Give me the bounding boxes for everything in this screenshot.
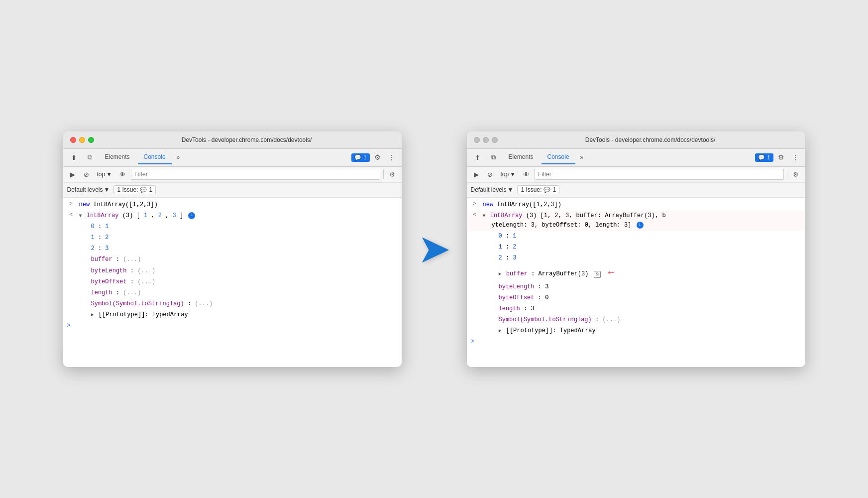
right-p0-label: 0 xyxy=(499,233,502,240)
right-block-icon[interactable]: ⊘ xyxy=(485,169,496,180)
left-collapse-arrow[interactable]: < xyxy=(69,212,73,218)
left-prompt-gt: > xyxy=(67,322,71,329)
right-byteOff-content: byteOffset : 0 xyxy=(483,293,801,303)
right-eye-icon[interactable]: 👁 xyxy=(521,169,532,180)
left-eye-icon[interactable]: 👁 xyxy=(117,169,128,180)
minimize-button[interactable] xyxy=(79,137,85,143)
left-p2-label: 2 xyxy=(91,245,95,252)
left-default-levels-chevron: ▼ xyxy=(104,186,110,193)
left-issue-icon: 💬 xyxy=(140,187,147,193)
left-tab-console[interactable]: Console xyxy=(138,150,172,164)
left-issues-bar: Default levels ▼ 1 Issue: 💬 1 xyxy=(63,183,402,198)
left-val1: 1 xyxy=(144,212,147,219)
right-copy-icon[interactable]: ⧉ xyxy=(487,150,501,164)
right-settings-icon[interactable]: ⚙ xyxy=(775,151,787,163)
right-proto-content: ► [[Prototype]]: TypedArray xyxy=(483,326,801,336)
left-line-input: > new Int8Array([1,2,3]) xyxy=(63,200,402,211)
right-gear-icon[interactable]: ⚙ xyxy=(790,169,801,180)
left-top-chevron: ▼ xyxy=(106,171,112,178)
left-proto: ► [[Prototype]]: TypedArray xyxy=(63,310,402,321)
right-p2-val: 3 xyxy=(513,254,516,261)
right-tab-more[interactable]: » xyxy=(577,152,587,163)
left-default-levels-label: Default levels xyxy=(67,186,103,193)
left-p1-val: 2 xyxy=(105,234,108,241)
left-info-icon[interactable]: i xyxy=(188,212,195,219)
left-byteLen-label: byteLength xyxy=(91,267,127,274)
left-issue-count: 1 xyxy=(149,186,152,193)
left-prop-byteLength: byteLength : (...) xyxy=(63,266,402,277)
right-toolbar-divider xyxy=(787,170,787,179)
left-badge-icon: 💬 xyxy=(354,154,361,161)
left-tab-more[interactable]: » xyxy=(174,152,183,163)
left-copy-icon[interactable]: ⧉ xyxy=(83,150,97,164)
left-cursor-icon[interactable]: ⬆ xyxy=(67,150,81,164)
right-prompt[interactable]: > xyxy=(467,337,805,346)
left-expand-triangle[interactable]: ▼ xyxy=(79,212,82,220)
right-buffer-content: ► buffer : ArrayBuffer(3) ⎘ ← xyxy=(483,265,801,281)
left-traffic-lights xyxy=(70,137,94,143)
left-settings-icon[interactable]: ⚙ xyxy=(372,151,384,163)
right-byteLen-val: 3 xyxy=(545,283,548,290)
right-top-select[interactable]: top ▼ xyxy=(499,170,518,178)
right-minimize-button[interactable] xyxy=(483,137,489,143)
left-play-icon[interactable]: ▶ xyxy=(67,169,78,180)
close-button[interactable] xyxy=(70,137,76,143)
left-int8array-label: Int8Array xyxy=(87,212,119,219)
right-proto-triangle[interactable]: ► xyxy=(499,327,502,335)
right-output-values-2: yteLength: 3, byteOffset: 0, length: 3] xyxy=(483,222,635,229)
right-tab-elements[interactable]: Elements xyxy=(503,150,540,164)
left-tab-elements[interactable]: Elements xyxy=(99,150,136,164)
left-output-text: ▼ Int8Array (3) [ 1 , 2 , 3 ] i xyxy=(79,211,398,221)
right-prop-symbol: Symbol(Symbol.toStringTag) : (...) xyxy=(467,315,805,326)
right-prop-buffer: ► buffer : ArrayBuffer(3) ⎘ ← xyxy=(467,264,805,282)
right-line-input: > new Int8Array([1,2,3]) xyxy=(467,200,805,211)
right-close-button[interactable] xyxy=(474,137,480,143)
left-prop-2-content: 2 : 3 xyxy=(79,244,398,253)
left-proto-triangle[interactable]: ► xyxy=(91,311,94,319)
right-play-icon[interactable]: ▶ xyxy=(471,169,482,180)
left-symbol-label: Symbol(Symbol.toStringTag) xyxy=(91,300,184,307)
right-expand-triangle[interactable]: ▼ xyxy=(483,212,486,220)
right-default-levels[interactable]: Default levels ▼ xyxy=(471,186,514,193)
right-input-text: new Int8Array([1,2,3]) xyxy=(483,200,801,210)
right-maximize-button[interactable] xyxy=(492,137,498,143)
left-symbol-val: (...) xyxy=(195,300,213,307)
right-default-levels-label: Default levels xyxy=(471,186,507,193)
left-proto-content: ► [[Prototype]]: TypedArray xyxy=(79,310,398,320)
left-gutter-symbol xyxy=(63,299,79,300)
left-filter-input[interactable] xyxy=(131,169,380,180)
right-buffer-triangle[interactable]: ► xyxy=(499,270,502,278)
right-tab-console[interactable]: Console xyxy=(542,150,575,164)
left-prompt[interactable]: > xyxy=(63,321,402,330)
left-gutter-byteLen xyxy=(63,266,79,267)
left-badge-count: 1 xyxy=(363,154,366,160)
right-prop-byteLength: byteLength : 3 xyxy=(467,282,805,293)
right-collapse-arrow[interactable]: < xyxy=(473,212,476,218)
right-filter-input[interactable] xyxy=(535,169,783,180)
left-gutter-length xyxy=(63,288,79,289)
left-console-output: > new Int8Array([1,2,3]) < ▼ Int8Array (… xyxy=(63,198,402,367)
left-default-levels[interactable]: Default levels ▼ xyxy=(67,186,110,193)
left-issue-badge[interactable]: 1 Issue: 💬 1 xyxy=(113,185,156,194)
left-byteOff-label: byteOffset xyxy=(91,278,127,285)
right-menu-icon[interactable]: ⋮ xyxy=(789,151,801,163)
right-output-text: ▼ Int8Array (3) [1, 2, 3, buffer: ArrayB… xyxy=(483,211,801,230)
maximize-button[interactable] xyxy=(88,137,94,143)
left-top-select[interactable]: top ▼ xyxy=(95,170,114,178)
left-prop-0-content: 0 : 1 xyxy=(79,222,398,232)
left-gear-icon[interactable]: ⚙ xyxy=(387,169,398,180)
right-cursor-icon[interactable]: ⬆ xyxy=(471,150,485,164)
right-int8-label: Int8Array([1,2,3]) xyxy=(497,201,561,208)
left-menu-icon[interactable]: ⋮ xyxy=(386,151,398,163)
left-block-icon[interactable]: ⊘ xyxy=(81,169,92,180)
right-gutter-p0 xyxy=(467,232,483,232)
right-badge-icon: 💬 xyxy=(758,154,765,161)
right-console-badge[interactable]: 💬 1 xyxy=(755,153,773,162)
right-int8array-label: Int8Array xyxy=(490,212,523,219)
right-issue-badge[interactable]: 1 Issue: 💬 1 xyxy=(517,185,559,194)
left-console-badge[interactable]: 💬 1 xyxy=(351,153,369,162)
left-prop-buffer: buffer : (...) xyxy=(63,254,402,265)
right-info-icon[interactable]: i xyxy=(637,222,644,229)
right-new-kw: new xyxy=(483,201,494,208)
right-prop-0-content: 0 : 1 xyxy=(483,232,801,241)
